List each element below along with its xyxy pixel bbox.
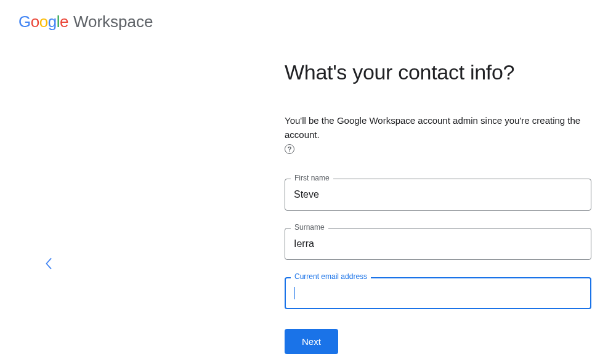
google-workspace-logo: Google Workspace [18,12,598,31]
workspace-product-label: Workspace [73,12,153,31]
email-field-group: Current email address [285,277,591,309]
surname-field-group: Surname [285,228,591,260]
back-button[interactable] [44,257,53,273]
main-content: What's your contact info? You'll be the … [285,60,591,354]
google-logo: Google [18,12,68,31]
first-name-field-group: First name [285,179,591,211]
chevron-left-icon [44,257,53,273]
surname-input[interactable] [285,228,591,260]
help-circle-icon[interactable]: ? [285,144,294,154]
surname-label: Surname [291,223,328,232]
text-cursor [294,287,295,299]
page-subtitle: You'll be the Google Workspace account a… [285,114,591,154]
next-button[interactable]: Next [285,329,338,354]
subtitle-text: You'll be the Google Workspace account a… [285,114,591,142]
email-input[interactable] [285,277,591,309]
email-label: Current email address [291,272,371,281]
page-title: What's your contact info? [285,60,591,84]
first-name-label: First name [291,174,333,182]
first-name-input[interactable] [285,179,591,211]
header: Google Workspace [0,0,616,44]
